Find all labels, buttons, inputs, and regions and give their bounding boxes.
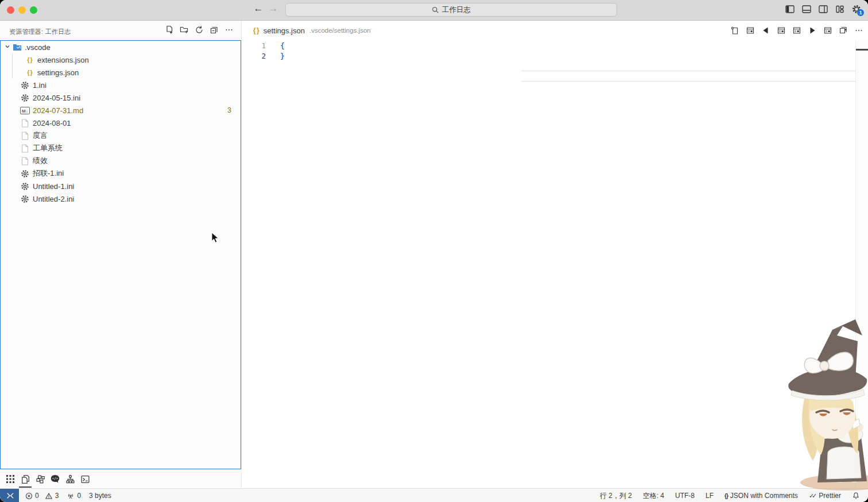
minimize-button[interactable] — [18, 6, 26, 14]
file-size-status[interactable]: 3 bytes — [89, 492, 111, 500]
gear-icon — [20, 80, 30, 90]
tree-item-Untitled-1.ini[interactable]: Untitled-1.ini — [1, 180, 239, 192]
language-mode-status[interactable]: {} JSON with Comments — [724, 492, 798, 500]
bell-icon — [852, 492, 860, 500]
gear-icon — [20, 182, 30, 191]
tree-item-Untitled-2.ini[interactable]: Untitled-2.ini — [1, 192, 239, 205]
forward-button[interactable]: → — [267, 3, 280, 14]
problems-status[interactable]: 0 3 — [25, 492, 59, 500]
tree-item-2024-05-15.ini[interactable]: 2024-05-15.ini — [1, 91, 239, 104]
split-editor-icon[interactable] — [838, 25, 848, 36]
current-line-border-top — [521, 71, 868, 71]
tree-item-绩效[interactable]: 绩效 — [1, 155, 239, 167]
layout-sidebar-left-icon[interactable] — [784, 3, 796, 15]
file-icon — [20, 131, 30, 140]
explorer-header: 资源管理器: 工作日志 — [0, 24, 241, 39]
customize-layout-icon[interactable] — [834, 3, 846, 15]
editor-title-bar: { } settings.json .vscode/settings.json — [242, 22, 868, 38]
titlebar: ← → 工作日志 1 — [0, 0, 868, 21]
tree-item-招联-1.ini[interactable]: 招联-1.ini — [1, 167, 239, 180]
tree-item-工单系统[interactable]: 工单系统 — [1, 142, 239, 155]
warning-icon — [45, 492, 53, 500]
command-center-search[interactable]: 工作日志 — [285, 3, 617, 17]
tree-item-label: 2024-07-31.md — [33, 106, 83, 115]
json-icon: { } — [25, 68, 34, 77]
code-line-2[interactable]: 2} — [242, 51, 868, 61]
formatter-status[interactable]: ✓✓ Prettier — [809, 492, 841, 500]
tree-item-extensions.json[interactable]: { }extensions.json — [1, 53, 239, 66]
vscode-folder-icon — [12, 43, 22, 52]
activity-bar: </> — [0, 470, 246, 488]
gear-icon — [20, 93, 30, 102]
editor-group: { } settings.json .vscode/settings.json … — [241, 21, 868, 488]
code-area[interactable]: 1{2} — [242, 40, 868, 61]
encoding-status[interactable]: UTF-8 — [675, 492, 695, 500]
new-folder-icon[interactable] — [179, 25, 189, 35]
back-button[interactable]: ← — [252, 3, 265, 14]
file-icon — [20, 144, 30, 153]
refresh-icon[interactable] — [194, 25, 204, 35]
minimap[interactable] — [855, 40, 868, 488]
layout-sidebar-right-icon[interactable] — [817, 3, 829, 15]
zoom-button[interactable] — [30, 6, 37, 14]
tree-item-2024-08-01[interactable]: 2024-08-01 — [1, 117, 239, 129]
tree-item-2024-07-31.md[interactable]: M↓2024-07-31.md3 — [1, 104, 239, 117]
notifications-status[interactable] — [852, 492, 860, 500]
current-line-border-bottom — [521, 81, 868, 82]
svg-text:M↓: M↓ — [22, 108, 28, 113]
code-line-1[interactable]: 1{ — [242, 40, 868, 51]
tree-item-度言[interactable]: 度言 — [1, 129, 239, 142]
gear-icon — [20, 169, 30, 178]
more-icon[interactable] — [224, 25, 234, 35]
editor-toolbar — [730, 25, 864, 36]
tree-item-label: Untitled-2.ini — [33, 195, 74, 203]
tree-item-settings.json[interactable]: { }settings.json — [1, 66, 239, 79]
radio-tower-icon — [67, 492, 75, 500]
minimap-slider[interactable] — [856, 49, 868, 51]
ports-status[interactable]: 0 — [67, 492, 81, 500]
eol-status[interactable]: LF — [706, 492, 714, 500]
cursor-position-status[interactable]: 行 2，列 2 — [600, 491, 632, 501]
mouse-cursor — [211, 232, 219, 244]
tree-item-label: 工单系统 — [33, 143, 63, 153]
json-braces-icon: {} — [724, 493, 728, 499]
double-check-icon: ✓✓ — [809, 492, 815, 500]
tree-item-label: 2024-05-15.ini — [33, 94, 80, 102]
language-label: JSON with Comments — [730, 492, 798, 500]
more-icon[interactable] — [854, 25, 864, 36]
formatter-label: Prettier — [819, 492, 841, 500]
tree-item-label: 度言 — [33, 130, 48, 141]
layout-panel-icon[interactable] — [801, 3, 812, 15]
search-icon — [432, 6, 439, 14]
triangle-left-icon[interactable] — [761, 25, 771, 36]
editor-filename[interactable]: settings.json — [264, 26, 305, 35]
page-curl-icon[interactable] — [730, 25, 740, 36]
activity-files-icon[interactable] — [20, 472, 31, 486]
tree-item-1.ini[interactable]: 1.ini — [1, 79, 239, 91]
line-text: { — [280, 41, 285, 50]
form-icon[interactable] — [745, 25, 755, 36]
new-file-icon[interactable] — [164, 25, 175, 35]
remote-indicator[interactable] — [0, 489, 19, 502]
activity-chat-code-icon[interactable]: </> — [49, 472, 61, 486]
collapse-all-icon[interactable] — [209, 25, 219, 35]
form-icon[interactable] — [792, 25, 802, 36]
problems-badge: 3 — [227, 106, 231, 114]
tree-item-label: 1.ini — [33, 81, 46, 90]
activity-extensions-icon[interactable] — [34, 472, 46, 486]
form-icon[interactable] — [776, 25, 786, 36]
remote-icon — [6, 492, 14, 500]
close-button[interactable] — [7, 6, 14, 14]
activity-terminal-icon[interactable] — [79, 472, 91, 486]
triangle-right-icon[interactable] — [807, 25, 817, 36]
indentation-status[interactable]: 空格: 4 — [643, 491, 664, 501]
form-icon[interactable] — [823, 25, 833, 36]
activity-grid-icon[interactable] — [5, 472, 16, 486]
chevron-down-icon[interactable] — [3, 44, 12, 51]
activity-org-chart-icon[interactable] — [64, 472, 76, 486]
file-icon — [20, 118, 30, 128]
json-file-icon: { } — [253, 26, 259, 34]
gear-icon[interactable]: 1 — [851, 3, 862, 15]
tree-item-.vscode[interactable]: .vscode — [1, 41, 239, 53]
editor-filepath: .vscode/settings.json — [309, 27, 371, 34]
